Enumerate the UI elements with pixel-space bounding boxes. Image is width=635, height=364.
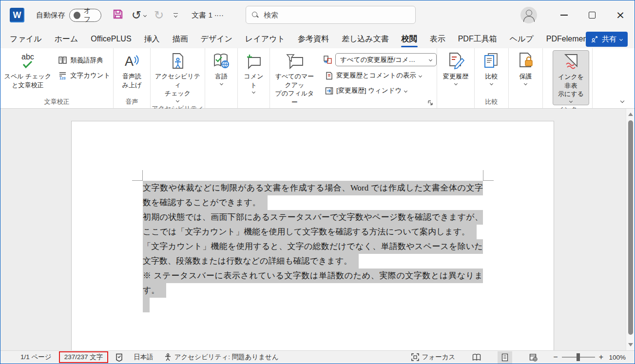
tab-view[interactable]: 表示 (423, 30, 452, 48)
thesaurus-button[interactable]: 類義語辞典 (56, 54, 112, 66)
tab-officeplus[interactable]: OfficePLUS (84, 30, 137, 48)
maximize-button[interactable] (578, 0, 606, 30)
language-button[interactable]: 言語 (209, 50, 233, 87)
doc-line[interactable]: ※ ステータスバーに表示されている文字数は単語数のため、実際の文字数とは異なりま (143, 268, 483, 283)
display-for-review-dropdown[interactable]: すべての変更履歴/コメ… (335, 53, 437, 66)
reviewing-pane-icon (325, 87, 333, 95)
comments-button[interactable]: コメント (238, 50, 269, 96)
status-left: 1/1 ページ 237/237 文字 日本語 アクセシビリティ: 問題ありません (15, 351, 284, 363)
collapse-ribbon-chevron-icon[interactable] (621, 96, 624, 104)
page[interactable]: 文字数や体裁などに制限がある文書を作成する場合、Word では作成した文書全体の… (71, 121, 554, 350)
scroll-down-icon[interactable] (628, 343, 633, 346)
svg-text:abc: abc (21, 53, 34, 61)
compare-icon (482, 51, 501, 71)
margin-cropmark-topright (483, 170, 494, 181)
scroll-up-icon[interactable] (628, 113, 633, 116)
save-icon[interactable] (112, 8, 124, 22)
undo-chevron-icon (143, 13, 147, 17)
read-mode-button[interactable] (469, 351, 484, 364)
scrollbar-thumb[interactable] (628, 120, 633, 335)
window-controls: × (520, 0, 635, 30)
autosave-toggle[interactable]: オフ (69, 9, 101, 22)
tab-insert[interactable]: 挿入 (138, 30, 166, 48)
zoom-out-button[interactable]: − (551, 353, 559, 362)
proofing-status-icon (115, 353, 123, 362)
document-text[interactable]: 文字数や体裁などに制限がある文書を作成する場合、Word では作成した文書全体の… (143, 181, 483, 312)
minimize-button[interactable] (550, 0, 578, 30)
zoom-level[interactable]: 100% (605, 354, 631, 361)
svg-text:123: 123 (59, 76, 66, 80)
zoom-in-button[interactable]: + (597, 353, 605, 362)
doc-line[interactable]: 文字数や体裁などに制限がある文書を作成する場合、Word では作成した文書全体の… (143, 181, 483, 195)
status-right: フォーカス − + 100% (406, 351, 631, 364)
document-canvas[interactable]: 文字数や体裁などに制限がある文書を作成する場合、Word では作成した文書全体の… (0, 109, 635, 350)
language-status[interactable]: 日本語 (128, 353, 159, 362)
ribbon-review: abc スペル チェック と文章校正 類義語辞典 123 文字カウント 文章校正 (0, 48, 635, 109)
hide-ink-label: インクを非表 示にする (556, 73, 586, 98)
track-changes-button[interactable]: 変更履歴 (440, 50, 471, 87)
account-avatar[interactable] (520, 7, 537, 23)
doc-line[interactable]: 数を確認することができます。 (143, 195, 483, 210)
tab-references[interactable]: 参考資料 (291, 30, 335, 48)
word-app-icon[interactable]: W (10, 8, 24, 22)
focus-mode-button[interactable]: フォーカス (406, 353, 461, 362)
tab-draw[interactable]: 描画 (166, 30, 194, 48)
group-language-label (205, 97, 237, 108)
autosave-control[interactable]: 自動保存 オフ (36, 9, 101, 22)
compare-label: 比較 (485, 72, 498, 81)
doc-line[interactable]: す。 (143, 283, 483, 298)
doc-line[interactable]: 文字数、段落数または行数などの詳細も確認できます。 (143, 254, 483, 268)
accessibility-check-button[interactable]: アクセシビリティ チェック (151, 50, 205, 104)
zoom-slider-thumb[interactable] (577, 353, 580, 361)
markup-filter-button[interactable]: すべてのマークアッ プのフィルター (270, 50, 319, 113)
redo-button[interactable]: ↻ (154, 8, 164, 22)
markup-filter-icon (285, 51, 305, 71)
comments-chevron-icon (252, 90, 255, 94)
show-markup-button[interactable]: 変更履歴とコメントの表示 (323, 70, 437, 81)
word-count-button[interactable]: 123 文字カウント (56, 69, 112, 81)
read-aloud-button[interactable]: A 音声読 み上げ (119, 50, 145, 90)
char-count[interactable]: 237/237 文字 (64, 352, 103, 362)
accessibility-status-icon (164, 353, 172, 361)
spelling-grammar-button[interactable]: abc スペル チェック と文章校正 (1, 50, 54, 90)
hide-ink-button[interactable]: インクを非表 示にする (553, 50, 589, 105)
tab-pdf-toolbox[interactable]: PDF工具箱 (452, 30, 503, 48)
accessibility-chevron-icon (176, 99, 179, 102)
reviewing-pane-button[interactable]: [変更履歴] ウィンドウ (323, 85, 437, 96)
doc-line[interactable]: 「文字カウント」機能を使用すると、文字の総数だけでなく、単語数やスペースを除いた (143, 239, 483, 254)
close-button[interactable]: × (606, 0, 635, 30)
proofing-status-button[interactable] (110, 353, 128, 362)
vertical-scrollbar[interactable] (626, 109, 635, 350)
accessibility-status[interactable]: アクセシビリティ: 問題ありません (159, 353, 284, 362)
tab-design[interactable]: デザイン (194, 30, 239, 48)
undo-icon: ↺ (132, 8, 141, 22)
undo-button[interactable]: ↺ (132, 8, 146, 22)
doc-line[interactable]: 初期の状態では、画面下部にあるステータスバーで文字数やページ数を確認できますが、 (143, 210, 483, 225)
language-icon (212, 51, 231, 71)
redo-icon: ↻ (154, 8, 164, 22)
search-input[interactable] (264, 11, 400, 19)
doc-line[interactable]: ここでは「文字カウント」機能を使用して文字数を確認する方法について案内します。 (143, 225, 483, 239)
web-layout-button[interactable] (526, 351, 540, 364)
tab-layout[interactable]: レイアウト (239, 30, 291, 48)
tab-help[interactable]: ヘルプ (503, 30, 540, 48)
tab-mailings[interactable]: 差し込み文書 (335, 30, 395, 48)
share-button[interactable]: 共有 (586, 32, 628, 47)
tab-review[interactable]: 校閲 (395, 30, 423, 48)
comments-label: コメント (241, 72, 267, 89)
selected-paragraph-mark[interactable] (143, 298, 483, 312)
print-layout-button[interactable] (498, 351, 512, 364)
compare-button[interactable]: 比較 (480, 50, 504, 87)
tab-home[interactable]: ホーム (48, 30, 85, 48)
language-label: 言語 (215, 72, 228, 81)
track-changes-label: 変更履歴 (443, 72, 468, 81)
search-box[interactable] (246, 6, 416, 24)
quick-access-overflow-button[interactable] (173, 13, 178, 18)
zoom-slider[interactable] (562, 357, 595, 358)
page-indicator[interactable]: 1/1 ページ (15, 353, 57, 362)
group-protect: 保護 (509, 48, 543, 108)
tab-file[interactable]: ファイル (3, 30, 48, 48)
protect-chevron-icon (524, 82, 527, 85)
protect-button[interactable]: 保護 (514, 50, 538, 87)
tracking-dialog-launcher[interactable] (427, 99, 434, 106)
